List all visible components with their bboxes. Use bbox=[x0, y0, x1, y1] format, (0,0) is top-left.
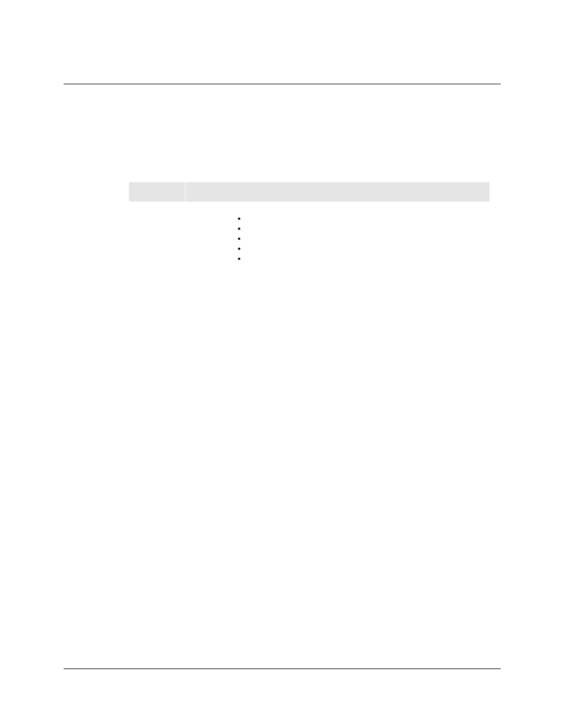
list-item bbox=[247, 234, 487, 244]
data-table bbox=[128, 182, 490, 267]
table-cell-left bbox=[129, 202, 186, 268]
table-header-cell-2 bbox=[186, 182, 490, 202]
list-item bbox=[247, 254, 487, 264]
list-item bbox=[247, 244, 487, 254]
table-header-row bbox=[129, 182, 490, 202]
main-content bbox=[128, 182, 490, 267]
table-header-cell-1 bbox=[129, 182, 186, 202]
horizontal-rule-top bbox=[64, 84, 501, 84]
list-item bbox=[247, 214, 487, 224]
horizontal-rule-bottom bbox=[64, 668, 501, 669]
list-item bbox=[247, 224, 487, 234]
table-row bbox=[129, 202, 490, 268]
bullet-list bbox=[247, 214, 487, 263]
table-cell-right bbox=[186, 202, 490, 268]
